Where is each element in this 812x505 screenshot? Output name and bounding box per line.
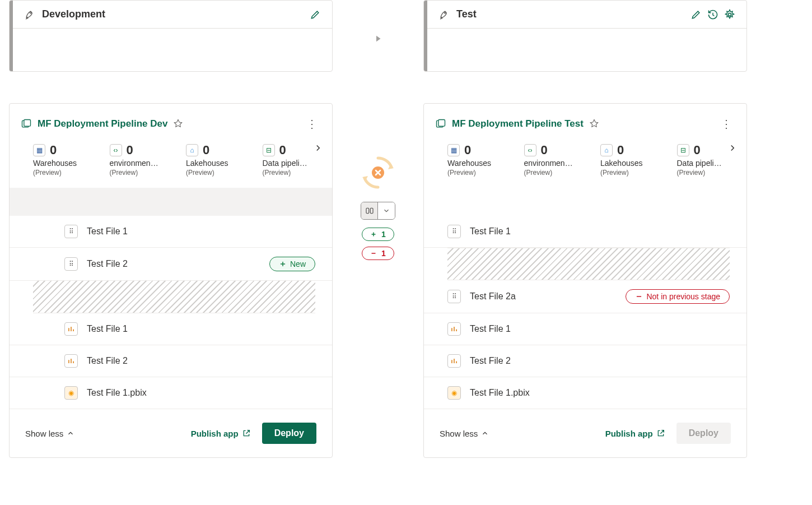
- workspace-card-dev: MF Deployment Pipeline Dev ⋮ ▦0 Warehous…: [9, 103, 333, 458]
- stats-scroll-right-icon[interactable]: [727, 143, 738, 153]
- premium-icon: [173, 119, 183, 129]
- stats-scroll-right-icon[interactable]: [313, 143, 323, 153]
- stat-lakehouses[interactable]: ⌂0 Lakehouses (Preview): [600, 143, 659, 177]
- premium-icon: [589, 119, 599, 129]
- environment-icon: ‹›: [110, 144, 122, 156]
- lakehouse-icon: ⌂: [186, 144, 198, 156]
- deploy-button[interactable]: Deploy: [262, 423, 316, 444]
- report-icon: [447, 322, 461, 336]
- list-item[interactable]: ⠿ Test File 1: [424, 216, 746, 248]
- warehouse-icon: ▦: [33, 144, 45, 156]
- category-band: [10, 188, 332, 216]
- not-in-previous-badge: Not in previous stage: [626, 289, 730, 304]
- stage-header-card: Test: [423, 0, 747, 72]
- svg-rect-2: [24, 120, 31, 127]
- workspace-card-test: MF Deployment Pipeline Test ⋮ ▦0 Warehou…: [423, 103, 747, 458]
- stats-row: ▦0 Warehouses (Preview) ‹›0 environmen… …: [10, 137, 332, 188]
- svg-point-8: [444, 12, 446, 13]
- list-item[interactable]: Test File 1: [424, 313, 746, 345]
- stage-title: Test: [456, 8, 684, 20]
- workspace-title[interactable]: MF Deployment Pipeline Test: [452, 118, 712, 129]
- stat-lakehouses[interactable]: ⌂0 Lakehouses (Preview): [186, 143, 245, 177]
- stage-arrow-icon[interactable]: [373, 34, 383, 44]
- stat-environments[interactable]: ‹›0 environmen… (Preview): [110, 143, 169, 177]
- dataset-icon: ⠿: [447, 290, 461, 303]
- edit-icon[interactable]: [310, 9, 321, 20]
- list-item[interactable]: ⠿ Test File 1: [10, 216, 332, 248]
- list-item[interactable]: Test File 2: [10, 345, 332, 377]
- lakehouse-icon: ⌂: [600, 144, 613, 156]
- show-less-toggle[interactable]: Show less: [440, 429, 594, 438]
- edit-icon[interactable]: [690, 9, 702, 20]
- placeholder-slot: [447, 248, 730, 280]
- stage-header-card: Development: [9, 0, 333, 72]
- datapipeline-icon: ⊟: [263, 144, 275, 156]
- compare-toggle-left-icon[interactable]: [361, 202, 378, 219]
- added-badge: 1: [362, 228, 394, 241]
- svg-point-9: [729, 13, 731, 16]
- dataset-icon: ⠿: [64, 225, 78, 238]
- list-item[interactable]: ◉ Test File 1.pbix: [10, 377, 332, 409]
- removed-badge: 1: [362, 247, 394, 260]
- workspace-title[interactable]: MF Deployment Pipeline Dev: [38, 118, 297, 129]
- list-item[interactable]: Test File 1: [10, 313, 332, 345]
- stage-development: Development MF Deployment Pipeline Dev: [0, 0, 342, 458]
- compare-column: 1 1: [342, 0, 414, 458]
- category-band: [424, 188, 746, 216]
- new-badge: New: [269, 257, 315, 271]
- stat-datapipelines[interactable]: ⊟0 Data pipeli… (Preview): [677, 143, 736, 177]
- pbix-icon: ◉: [64, 386, 78, 400]
- environment-icon: ‹›: [524, 144, 536, 156]
- stat-warehouses[interactable]: ▦0 Warehouses (Preview): [447, 143, 506, 177]
- deploy-button: Deploy: [676, 423, 731, 444]
- list-item[interactable]: ⠿ Test File 2 New: [10, 248, 332, 281]
- publish-app-link[interactable]: Publish app: [191, 429, 251, 438]
- list-item[interactable]: Test File 2: [424, 345, 746, 377]
- svg-rect-6: [366, 208, 369, 213]
- datapipeline-icon: ⊟: [677, 144, 689, 156]
- stat-warehouses[interactable]: ▦0 Warehouses (Preview): [33, 143, 92, 177]
- list-item[interactable]: ◉ Test File 1.pbix: [424, 377, 746, 409]
- stage-title: Development: [42, 8, 303, 20]
- report-icon: [64, 322, 78, 336]
- svg-rect-11: [438, 120, 445, 127]
- rocket-icon: [438, 9, 450, 20]
- workspace-icon: [435, 118, 446, 129]
- more-menu-icon[interactable]: ⋮: [717, 117, 735, 131]
- show-less-toggle[interactable]: Show less: [25, 429, 180, 438]
- warehouse-icon: ▦: [447, 144, 460, 156]
- pbix-icon: ◉: [447, 386, 461, 400]
- more-menu-icon[interactable]: ⋮: [303, 117, 321, 131]
- svg-point-0: [30, 12, 31, 13]
- svg-rect-7: [370, 208, 373, 213]
- workspace-icon: [21, 118, 32, 129]
- stats-row: ▦0 Warehouses (Preview) ‹›0 environmen… …: [424, 137, 746, 188]
- report-icon: [64, 354, 78, 368]
- compare-status-icon[interactable]: [360, 155, 396, 191]
- report-icon: [447, 354, 461, 368]
- dataset-icon: ⠿: [64, 257, 78, 271]
- rocket-icon: [24, 9, 35, 20]
- stage-test: Test: [414, 0, 756, 458]
- settings-icon[interactable]: [724, 9, 735, 20]
- placeholder-slot: [33, 281, 315, 313]
- stat-datapipelines[interactable]: ⊟0 Data pipeli… (Preview): [263, 143, 321, 177]
- list-item[interactable]: ⠿ Test File 2a Not in previous stage: [424, 280, 746, 313]
- chevron-down-icon[interactable]: [378, 202, 395, 219]
- history-icon[interactable]: [707, 9, 718, 20]
- compare-view-toggle[interactable]: [361, 202, 395, 220]
- stat-environments[interactable]: ‹›0 environmen… (Preview): [524, 143, 583, 177]
- publish-app-link[interactable]: Publish app: [605, 429, 665, 438]
- dataset-icon: ⠿: [447, 225, 461, 238]
